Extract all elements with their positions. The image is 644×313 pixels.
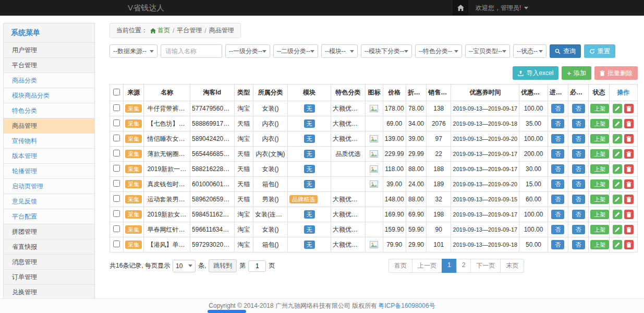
status-button[interactable]: 上架 <box>590 210 609 219</box>
sidebar-item[interactable]: 用户管理 <box>4 43 94 58</box>
import-select-button[interactable]: 否 <box>551 134 564 143</box>
filter-select[interactable]: --数据来源-- <box>110 44 157 58</box>
filter-select[interactable]: --一级分类-- <box>225 44 270 58</box>
status-button[interactable]: 上架 <box>590 134 609 143</box>
edit-button[interactable] <box>613 134 622 143</box>
edit-button[interactable] <box>613 119 622 128</box>
row-checkbox[interactable] <box>113 104 120 111</box>
sidebar-item[interactable]: 平台管理 <box>4 58 94 73</box>
status-button[interactable]: 上架 <box>590 164 609 174</box>
row-checkbox[interactable] <box>113 165 120 172</box>
filter-select[interactable]: --特色分类-- <box>415 44 462 58</box>
import-select-button[interactable]: 否 <box>551 119 564 128</box>
sidebar-item[interactable]: 平台配置 <box>4 209 94 224</box>
icp-link[interactable]: 粤ICP备16098006号 <box>378 302 435 310</box>
sidebar-item[interactable]: 轮播管理 <box>4 164 94 179</box>
delete-button[interactable] <box>624 134 634 143</box>
sidebar-item[interactable]: 版本管理 <box>4 149 94 164</box>
import-select-button[interactable]: 否 <box>551 195 564 204</box>
edit-button[interactable] <box>613 210 622 219</box>
import-select-button[interactable]: 否 <box>551 210 564 219</box>
delete-button[interactable] <box>624 195 634 204</box>
delete-button[interactable] <box>624 104 634 113</box>
must-buy-button[interactable]: 否 <box>572 195 585 204</box>
must-buy-button[interactable]: 否 <box>572 134 585 143</box>
delete-button[interactable] <box>624 240 634 249</box>
import-select-button[interactable]: 否 <box>551 240 564 249</box>
sidebar-item[interactable]: 宣传物料 <box>4 134 94 149</box>
query-button[interactable]: 查询 <box>550 44 581 58</box>
row-checkbox[interactable] <box>113 180 120 187</box>
select-all-checkbox[interactable] <box>113 89 120 95</box>
user-menu[interactable]: 欢迎您，管理员! <box>468 0 536 16</box>
page-button[interactable]: 上一页 <box>412 259 442 273</box>
row-checkbox[interactable] <box>113 119 120 126</box>
edit-button[interactable] <box>613 164 622 174</box>
row-checkbox[interactable] <box>113 195 120 202</box>
delete-button[interactable] <box>624 119 634 128</box>
import-select-button[interactable]: 否 <box>551 104 564 113</box>
breadcrumb-item-products[interactable]: 商品管理 <box>209 26 234 35</box>
must-buy-button[interactable]: 否 <box>572 225 585 234</box>
page-button[interactable]: 下一页 <box>470 259 501 273</box>
status-button[interactable]: 上架 <box>590 119 609 128</box>
import-select-button[interactable]: 否 <box>551 179 564 189</box>
page-button[interactable]: 2 <box>456 259 471 273</box>
row-checkbox[interactable] <box>113 240 120 247</box>
delete-button[interactable] <box>624 179 634 189</box>
name-search-input[interactable] <box>161 44 222 58</box>
page-button[interactable]: 末页 <box>500 259 524 273</box>
page-button[interactable]: 1 <box>442 259 457 273</box>
edit-button[interactable] <box>613 240 622 249</box>
sidebar-item[interactable]: 特色分类 <box>4 103 94 118</box>
must-buy-button[interactable]: 否 <box>572 240 585 249</box>
delete-button[interactable] <box>624 164 634 174</box>
must-buy-button[interactable]: 否 <box>572 164 585 174</box>
sidebar-item[interactable]: 订单管理 <box>4 270 94 285</box>
reset-button[interactable]: 重置 <box>584 44 615 58</box>
filter-select[interactable]: --模块-- <box>321 44 358 58</box>
must-buy-button[interactable]: 否 <box>572 179 585 189</box>
sidebar-item[interactable]: 意见反馈 <box>4 194 94 209</box>
jump-button[interactable]: 跳转到 <box>209 259 237 272</box>
row-checkbox[interactable] <box>113 150 120 156</box>
filter-select[interactable]: --状态-- <box>513 44 546 58</box>
import-select-button[interactable]: 否 <box>551 149 564 159</box>
page-button[interactable]: 首页 <box>388 259 412 273</box>
status-button[interactable]: 上架 <box>590 240 609 249</box>
sidebar-item[interactable]: 商品管理 <box>4 118 94 134</box>
sidebar-item[interactable]: 启动页管理 <box>4 179 94 194</box>
sidebar-item[interactable]: 省直快报 <box>4 239 94 255</box>
filter-select[interactable]: --宝贝类型-- <box>465 44 510 58</box>
filter-select[interactable]: --二级分类-- <box>273 44 318 58</box>
delete-button[interactable] <box>624 225 634 234</box>
status-button[interactable]: 上架 <box>590 179 609 189</box>
must-buy-button[interactable]: 否 <box>572 119 585 128</box>
page-jump-input[interactable] <box>248 260 266 272</box>
status-button[interactable]: 上架 <box>590 225 609 234</box>
import-excel-button[interactable]: 导入excel <box>513 66 558 80</box>
sidebar-item[interactable]: 拼团管理 <box>4 224 94 239</box>
sidebar-item[interactable]: 商品分类 <box>4 73 94 88</box>
edit-button[interactable] <box>613 179 622 189</box>
status-button[interactable]: 上架 <box>590 104 609 113</box>
batch-delete-button[interactable]: 批量删除 <box>594 66 638 80</box>
row-checkbox[interactable] <box>113 225 120 232</box>
row-checkbox[interactable] <box>113 135 120 141</box>
sidebar-item[interactable]: 模块商品分类 <box>4 88 94 103</box>
must-buy-button[interactable]: 否 <box>572 210 585 219</box>
sidebar-item[interactable]: 兑换管理 <box>4 285 94 298</box>
delete-button[interactable] <box>624 149 634 159</box>
edit-button[interactable] <box>613 104 622 113</box>
edit-button[interactable] <box>613 195 622 204</box>
breadcrumb-item-platform[interactable]: 平台管理 <box>177 26 202 35</box>
sidebar-item[interactable]: 消息管理 <box>4 255 94 270</box>
scrollbar-thumb[interactable] <box>208 310 246 313</box>
add-button[interactable]: + 添加 <box>562 66 591 80</box>
status-button[interactable]: 上架 <box>590 149 609 159</box>
row-checkbox[interactable] <box>113 210 120 217</box>
breadcrumb-home-link[interactable]: 首页 <box>150 26 170 35</box>
import-select-button[interactable]: 否 <box>551 164 564 174</box>
delete-button[interactable] <box>624 210 634 219</box>
per-page-select[interactable]: 10 <box>173 260 196 272</box>
